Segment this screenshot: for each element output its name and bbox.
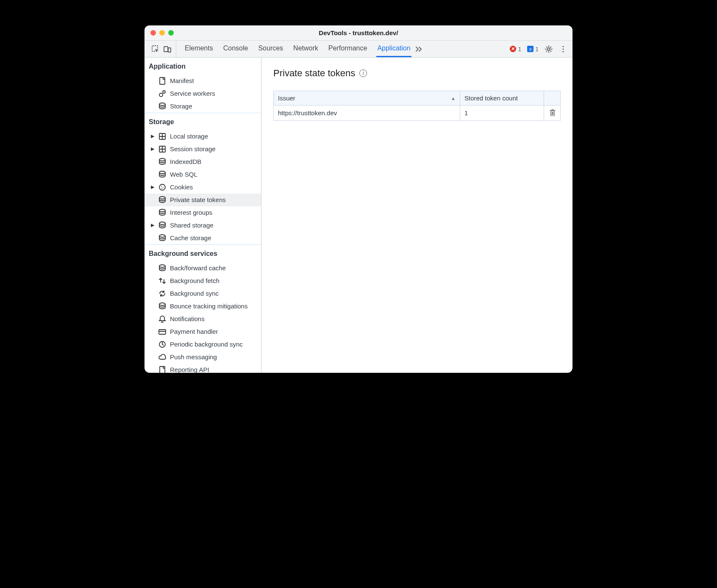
db-icon — [158, 170, 167, 179]
more-menu-icon[interactable] — [559, 45, 567, 53]
sidebar-item-notifications[interactable]: ▶Notifications — [145, 313, 261, 325]
page-icon — [158, 77, 167, 85]
grid-icon — [158, 132, 167, 141]
db-icon — [158, 264, 167, 272]
sidebar-item-label: Bounce tracking mitigations — [170, 302, 258, 310]
table-row[interactable]: https://trusttoken.dev1 — [274, 105, 561, 121]
db-icon — [158, 196, 167, 204]
sidebar-item-label: Shared storage — [170, 222, 258, 229]
db-icon — [158, 302, 167, 311]
section-title: Background services — [145, 245, 261, 262]
db-icon — [158, 158, 167, 166]
clock-icon — [158, 340, 167, 349]
tab-application[interactable]: Application — [376, 41, 411, 57]
devtools-window: DevTools - trusttoken.dev/ ElementsConso… — [145, 25, 572, 373]
info-icon[interactable]: i — [359, 69, 367, 77]
bell-icon — [158, 315, 167, 323]
tab-console[interactable]: Console — [222, 41, 249, 57]
sidebar-item-label: Cookies — [170, 183, 258, 191]
sidebar-item-periodic-background-sync[interactable]: ▶Periodic background sync — [145, 338, 261, 351]
tab-network[interactable]: Network — [292, 41, 319, 57]
inspect-icon[interactable] — [151, 45, 160, 53]
tab-elements[interactable]: Elements — [184, 41, 214, 57]
db-icon — [158, 221, 167, 230]
expand-caret-icon[interactable]: ▶ — [150, 133, 155, 139]
sidebar-item-cookies[interactable]: ▶Cookies — [145, 181, 261, 194]
card-icon — [158, 327, 167, 336]
db-icon — [158, 208, 167, 217]
more-tabs-button[interactable] — [411, 41, 427, 57]
column-header-count[interactable]: Stored token count — [460, 91, 544, 105]
maximize-window-button[interactable] — [168, 30, 174, 36]
sidebar-item-label: Storage — [170, 103, 258, 110]
error-count: 1 — [518, 46, 521, 53]
sidebar-item-indexeddb[interactable]: ▶IndexedDB — [145, 155, 261, 168]
window-title: DevTools - trusttoken.dev/ — [145, 29, 572, 36]
message-icon: ≡ — [527, 46, 534, 52]
traffic-lights — [150, 30, 174, 36]
sort-indicator-icon: ▲ — [451, 96, 456, 101]
cell-count: 1 — [460, 105, 544, 121]
expand-caret-icon[interactable]: ▶ — [150, 222, 155, 228]
message-count: 1 — [535, 46, 539, 53]
db-icon — [158, 102, 167, 111]
db-icon — [158, 234, 167, 242]
tokens-table: Issuer ▲ Stored token count https://trus… — [273, 91, 561, 121]
minimize-window-button[interactable] — [159, 30, 165, 36]
sidebar-item-background-fetch[interactable]: ▶Background fetch — [145, 275, 261, 287]
sidebar-item-label: Session storage — [170, 145, 258, 153]
titlebar: DevTools - trusttoken.dev/ — [145, 25, 572, 41]
sidebar-item-interest-groups[interactable]: ▶Interest groups — [145, 206, 261, 219]
error-icon: ✕ — [510, 46, 516, 52]
section-title: Storage — [145, 113, 261, 130]
sidebar-item-session-storage[interactable]: ▶Session storage — [145, 143, 261, 155]
devtools-tabstrip: ElementsConsoleSourcesNetworkPerformance… — [145, 41, 572, 58]
delete-row-button[interactable] — [548, 108, 556, 116]
expand-caret-icon[interactable]: ▶ — [150, 146, 155, 152]
sync-icon — [158, 289, 167, 298]
sidebar-item-back-forward-cache[interactable]: ▶Back/forward cache — [145, 262, 261, 275]
sidebar-item-web-sql[interactable]: ▶Web SQL — [145, 168, 261, 181]
swap-icon — [158, 277, 167, 285]
sidebar-item-label: Reporting API — [170, 366, 258, 373]
sidebar-item-label: Private state tokens — [170, 196, 258, 204]
sidebar-item-storage[interactable]: ▶Storage — [145, 100, 261, 113]
page-icon — [158, 366, 167, 373]
settings-icon[interactable] — [545, 45, 553, 53]
sidebar-item-label: Cache storage — [170, 234, 258, 242]
cloud-icon — [158, 353, 167, 361]
message-badge[interactable]: ≡ 1 — [527, 46, 539, 53]
sidebar-item-label: Payment handler — [170, 328, 258, 336]
sidebar-item-label: Manifest — [170, 77, 258, 85]
expand-caret-icon[interactable]: ▶ — [150, 184, 155, 190]
error-badge[interactable]: ✕ 1 — [510, 46, 521, 53]
sidebar-item-reporting-api[interactable]: ▶Reporting API — [145, 363, 261, 373]
sidebar-item-label: IndexedDB — [170, 158, 258, 166]
tab-performance[interactable]: Performance — [328, 41, 368, 57]
sidebar-item-bounce-tracking-mitigations[interactable]: ▶Bounce tracking mitigations — [145, 300, 261, 313]
panel-heading: Private state tokens — [273, 68, 355, 79]
application-sidebar: Application▶Manifest▶Service workers▶Sto… — [145, 58, 261, 373]
tab-sources[interactable]: Sources — [257, 41, 284, 57]
sidebar-item-label: Background fetch — [170, 277, 258, 285]
sidebar-item-shared-storage[interactable]: ▶Shared storage — [145, 219, 261, 232]
sidebar-item-background-sync[interactable]: ▶Background sync — [145, 287, 261, 300]
sidebar-item-label: Periodic background sync — [170, 341, 258, 348]
section-title: Application — [145, 58, 261, 75]
grid-icon — [158, 145, 167, 153]
main-panel: Private state tokens i Issuer ▲ Stored t… — [261, 58, 572, 373]
sidebar-item-service-workers[interactable]: ▶Service workers — [145, 87, 261, 100]
column-header-issuer[interactable]: Issuer ▲ — [274, 91, 460, 105]
sidebar-item-label: Local storage — [170, 133, 258, 140]
sidebar-item-label: Notifications — [170, 315, 258, 323]
sidebar-item-payment-handler[interactable]: ▶Payment handler — [145, 325, 261, 338]
sidebar-item-label: Back/forward cache — [170, 264, 258, 272]
device-toolbar-icon[interactable] — [163, 45, 172, 53]
sidebar-item-cache-storage[interactable]: ▶Cache storage — [145, 232, 261, 244]
close-window-button[interactable] — [150, 30, 156, 36]
sidebar-item-local-storage[interactable]: ▶Local storage — [145, 130, 261, 143]
sidebar-item-push-messaging[interactable]: ▶Push messaging — [145, 351, 261, 363]
sidebar-item-private-state-tokens[interactable]: ▶Private state tokens — [145, 194, 261, 206]
sidebar-item-label: Web SQL — [170, 171, 258, 178]
sidebar-item-manifest[interactable]: ▶Manifest — [145, 75, 261, 87]
